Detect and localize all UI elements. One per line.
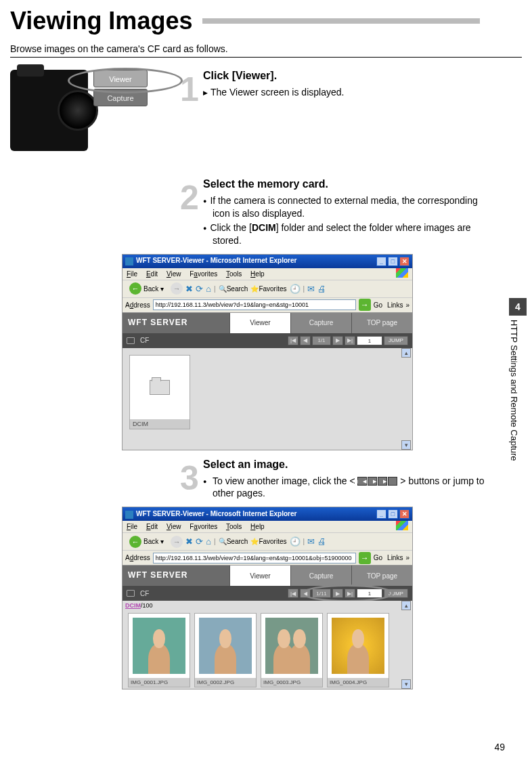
first-page-button[interactable]: |◀ (288, 336, 298, 345)
wft-tab-top[interactable]: TOP page (351, 313, 412, 333)
maximize-button-2[interactable]: □ (388, 509, 398, 519)
menu-view[interactable]: View (167, 270, 181, 278)
menu-help[interactable]: Help (250, 270, 265, 278)
address-input[interactable] (153, 299, 356, 310)
address-input-2[interactable] (153, 553, 356, 563)
last-page-button[interactable]: ▶| (345, 336, 355, 345)
print-icon-2[interactable]: 🖨 (317, 536, 326, 547)
menu-edit[interactable]: Edit (146, 270, 158, 278)
refresh-icon[interactable]: ⟳ (196, 284, 203, 294)
favorites-button[interactable]: ⭐Favorites (250, 285, 286, 293)
search-button-2[interactable]: 🔍Search (219, 538, 248, 545)
search-button[interactable]: 🔍Search (219, 285, 248, 293)
next-page-button-2[interactable]: ▶ (332, 589, 343, 598)
image-thumbnail[interactable]: IMG_0002.JPG (194, 613, 257, 687)
viewer-toolbar-2: CF |◀ ◀ 1/11 ▶ ▶| 1 JUMP (123, 586, 412, 601)
card-icon[interactable] (127, 337, 135, 344)
wft-tab-viewer[interactable]: Viewer (229, 313, 290, 333)
scroll-down-button[interactable]: ▾ (401, 440, 411, 450)
home-icon-2[interactable]: ⌂ (206, 536, 211, 547)
menu-favorites-2[interactable]: Favorites (190, 523, 217, 530)
page-indicator: 1/1 (312, 336, 331, 345)
menu-file[interactable]: File (127, 270, 137, 278)
menubar-2: File Edit View Favorites Tools Help (123, 521, 412, 533)
history-icon-2[interactable]: 🕘 (290, 536, 301, 547)
prev-page-button-2[interactable]: ◀ (300, 589, 311, 598)
image-thumbnail[interactable]: IMG_0004.JPG (327, 613, 389, 687)
wft-tab-capture[interactable]: Capture (290, 313, 351, 333)
wft-server-label: WFT SERVER (123, 313, 229, 333)
camera-illustration: Viewer Capture (10, 70, 176, 151)
page-input[interactable]: 1 (357, 336, 382, 345)
folder-label: DCIM (130, 419, 190, 429)
mail-icon-2[interactable]: ✉ (307, 536, 315, 547)
menu-view-2[interactable]: View (167, 523, 181, 530)
menubar: File Edit View Favorites Tools Help (123, 268, 412, 280)
home-icon[interactable]: ⌂ (206, 284, 211, 294)
links-chevron[interactable]: » (405, 301, 409, 309)
stop-icon[interactable]: ✖ (185, 284, 193, 294)
step-3-title: Select an image. (203, 459, 491, 471)
viewer-tab-button[interactable]: Viewer (93, 70, 148, 87)
address-label-2: Address (125, 554, 150, 561)
menu-help-2[interactable]: Help (250, 523, 265, 530)
menu-tools[interactable]: Tools (226, 270, 242, 278)
scroll-up-button[interactable]: ▴ (401, 348, 411, 358)
page-input-2[interactable]: 1 (357, 589, 382, 598)
divider (10, 57, 522, 58)
close-button-2[interactable]: ✕ (399, 509, 409, 519)
jump-button-2[interactable]: JUMP (384, 589, 408, 598)
prev-page-button[interactable]: ◀ (300, 336, 311, 345)
wft-tab-capture-2[interactable]: Capture (290, 566, 351, 586)
scroll-down-button-2[interactable]: ▾ (401, 679, 411, 689)
wft-tab-viewer-2[interactable]: Viewer (229, 566, 290, 586)
go-button[interactable]: → (359, 299, 371, 311)
cf-label-2[interactable]: CF (140, 590, 149, 597)
thumb-label: IMG_0002.JPG (195, 678, 256, 687)
links-chevron-2[interactable]: » (405, 554, 409, 561)
cf-label[interactable]: CF (140, 337, 149, 344)
wft-tab-top-2[interactable]: TOP page (351, 566, 412, 586)
refresh-icon-2[interactable]: ⟳ (196, 536, 203, 547)
last-page-button-2[interactable]: ▶| (345, 589, 355, 598)
step-1-line: The Viewer screen is displayed. (213, 86, 491, 99)
print-icon[interactable]: 🖨 (317, 284, 326, 294)
menu-edit-2[interactable]: Edit (146, 523, 158, 530)
window-title-2: WFT SERVER-Viewer - Microsoft Internet E… (125, 510, 296, 518)
forward-button-2[interactable]: → (171, 536, 183, 548)
go-label: Go (374, 301, 382, 309)
menu-file-2[interactable]: File (127, 523, 137, 530)
back-button-2[interactable]: ←Back ▾ (125, 534, 168, 549)
menu-favorites[interactable]: Favorites (190, 270, 217, 278)
minimize-button[interactable]: _ (376, 257, 386, 266)
back-button[interactable]: ←Back ▾ (125, 281, 168, 296)
go-button-2[interactable]: → (359, 552, 371, 564)
next-page-button[interactable]: ▶ (332, 336, 343, 345)
history-icon[interactable]: 🕘 (290, 284, 301, 294)
image-thumbnail[interactable]: IMG_0001.JPG (128, 613, 190, 687)
jump-button[interactable]: JUMP (384, 336, 408, 345)
forward-button[interactable]: → (171, 282, 183, 295)
title-decoration-bar (202, 18, 480, 24)
window-titlebar: WFT SERVER-Viewer - Microsoft Internet E… (123, 255, 412, 268)
favorites-button-2[interactable]: ⭐Favorites (250, 538, 286, 545)
wft-header-2: WFT SERVER Viewer Capture TOP page (123, 566, 412, 586)
menu-tools-2[interactable]: Tools (226, 523, 242, 530)
mail-icon[interactable]: ✉ (307, 284, 315, 294)
minimize-button-2[interactable]: _ (376, 509, 386, 519)
first-page-button-2[interactable]: |◀ (288, 589, 298, 598)
capture-tab-button[interactable]: Capture (93, 89, 148, 106)
dcim-folder[interactable]: DCIM (129, 355, 190, 429)
maximize-button[interactable]: □ (388, 257, 398, 266)
thumb-label: IMG_0003.JPG (261, 678, 322, 687)
card-icon-2[interactable] (127, 590, 135, 597)
links-label-2[interactable]: Links (387, 554, 403, 561)
close-button[interactable]: ✕ (399, 257, 409, 266)
stop-icon-2[interactable]: ✖ (185, 536, 193, 547)
image-thumbnail[interactable]: IMG_0003.JPG (261, 613, 323, 687)
chapter-title: HTTP Settings and Remote Capture (509, 316, 519, 519)
breadcrumb-dcim[interactable]: DCIM (125, 602, 141, 609)
scroll-up-button-2[interactable]: ▴ (401, 601, 411, 610)
last-icon: ▶| (388, 477, 397, 486)
links-label[interactable]: Links (387, 301, 403, 309)
